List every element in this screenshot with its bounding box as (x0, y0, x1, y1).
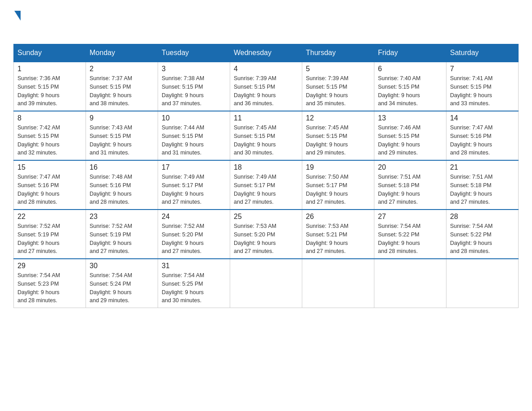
calendar-header-friday: Friday (374, 44, 446, 62)
calendar-week-row: 1 Sunrise: 7:36 AM Sunset: 5:15 PM Dayli… (14, 62, 519, 111)
calendar-week-row: 29 Sunrise: 7:54 AM Sunset: 5:23 PM Dayl… (14, 259, 519, 308)
calendar-day-cell: 24 Sunrise: 7:52 AM Sunset: 5:20 PM Dayl… (158, 210, 230, 259)
day-info: Sunrise: 7:41 AM Sunset: 5:15 PM Dayligh… (450, 74, 515, 108)
calendar-header-saturday: Saturday (446, 44, 519, 62)
day-info: Sunrise: 7:54 AM Sunset: 5:22 PM Dayligh… (450, 222, 515, 256)
calendar-header-thursday: Thursday (302, 44, 374, 62)
logo-arrow-icon (14, 11, 21, 21)
day-number: 4 (234, 65, 298, 73)
day-info: Sunrise: 7:39 AM Sunset: 5:15 PM Dayligh… (306, 74, 370, 108)
day-number: 28 (450, 213, 515, 221)
day-info: Sunrise: 7:45 AM Sunset: 5:15 PM Dayligh… (306, 124, 370, 157)
calendar-day-cell: 11 Sunrise: 7:45 AM Sunset: 5:15 PM Dayl… (230, 111, 302, 160)
calendar-day-cell: 27 Sunrise: 7:54 AM Sunset: 5:22 PM Dayl… (374, 210, 446, 259)
day-number: 21 (450, 163, 515, 171)
calendar-header-tuesday: Tuesday (158, 44, 230, 62)
day-number: 8 (17, 114, 82, 122)
calendar-day-cell: 12 Sunrise: 7:45 AM Sunset: 5:15 PM Dayl… (302, 111, 374, 160)
day-number: 24 (162, 213, 226, 221)
calendar-table: SundayMondayTuesdayWednesdayThursdayFrid… (13, 44, 519, 308)
calendar-day-cell: 19 Sunrise: 7:50 AM Sunset: 5:17 PM Dayl… (302, 160, 374, 210)
calendar-week-row: 15 Sunrise: 7:47 AM Sunset: 5:16 PM Dayl… (14, 160, 519, 210)
day-number: 11 (234, 114, 298, 122)
calendar-day-cell (374, 259, 446, 308)
day-number: 7 (450, 65, 515, 73)
calendar-day-cell: 5 Sunrise: 7:39 AM Sunset: 5:15 PM Dayli… (302, 62, 374, 111)
day-info: Sunrise: 7:52 AM Sunset: 5:20 PM Dayligh… (162, 222, 226, 256)
day-info: Sunrise: 7:53 AM Sunset: 5:20 PM Dayligh… (234, 222, 298, 256)
calendar-day-cell: 31 Sunrise: 7:54 AM Sunset: 5:25 PM Dayl… (158, 259, 230, 308)
day-info: Sunrise: 7:52 AM Sunset: 5:19 PM Dayligh… (17, 222, 82, 256)
day-number: 17 (162, 163, 226, 171)
calendar-day-cell: 20 Sunrise: 7:51 AM Sunset: 5:18 PM Dayl… (374, 160, 446, 210)
calendar-day-cell: 2 Sunrise: 7:37 AM Sunset: 5:15 PM Dayli… (86, 62, 158, 111)
day-info: Sunrise: 7:54 AM Sunset: 5:25 PM Dayligh… (162, 271, 226, 305)
day-info: Sunrise: 7:36 AM Sunset: 5:15 PM Dayligh… (17, 74, 82, 108)
day-number: 29 (17, 262, 82, 270)
calendar-header-row: SundayMondayTuesdayWednesdayThursdayFrid… (14, 44, 519, 62)
calendar-day-cell: 18 Sunrise: 7:49 AM Sunset: 5:17 PM Dayl… (230, 160, 302, 210)
calendar-day-cell: 28 Sunrise: 7:54 AM Sunset: 5:22 PM Dayl… (446, 210, 519, 259)
day-info: Sunrise: 7:49 AM Sunset: 5:17 PM Dayligh… (234, 173, 298, 206)
day-number: 5 (306, 65, 370, 73)
calendar-day-cell: 6 Sunrise: 7:40 AM Sunset: 5:15 PM Dayli… (374, 62, 446, 111)
day-number: 23 (90, 213, 154, 221)
calendar-week-row: 22 Sunrise: 7:52 AM Sunset: 5:19 PM Dayl… (14, 210, 519, 259)
day-info: Sunrise: 7:53 AM Sunset: 5:21 PM Dayligh… (306, 222, 370, 256)
day-info: Sunrise: 7:47 AM Sunset: 5:16 PM Dayligh… (17, 173, 82, 206)
day-info: Sunrise: 7:47 AM Sunset: 5:16 PM Dayligh… (450, 124, 515, 157)
calendar-day-cell: 16 Sunrise: 7:48 AM Sunset: 5:16 PM Dayl… (86, 160, 158, 210)
calendar-day-cell: 3 Sunrise: 7:38 AM Sunset: 5:15 PM Dayli… (158, 62, 230, 111)
calendar-day-cell: 17 Sunrise: 7:49 AM Sunset: 5:17 PM Dayl… (158, 160, 230, 210)
calendar-day-cell: 15 Sunrise: 7:47 AM Sunset: 5:16 PM Dayl… (14, 160, 86, 210)
day-info: Sunrise: 7:38 AM Sunset: 5:15 PM Dayligh… (162, 74, 226, 108)
day-number: 10 (162, 114, 226, 122)
day-number: 19 (306, 163, 370, 171)
calendar-header-sunday: Sunday (14, 44, 86, 62)
day-info: Sunrise: 7:40 AM Sunset: 5:15 PM Dayligh… (378, 74, 442, 108)
calendar-day-cell: 30 Sunrise: 7:54 AM Sunset: 5:24 PM Dayl… (86, 259, 158, 308)
day-number: 9 (90, 114, 154, 122)
calendar-day-cell: 4 Sunrise: 7:39 AM Sunset: 5:15 PM Dayli… (230, 62, 302, 111)
day-info: Sunrise: 7:51 AM Sunset: 5:18 PM Dayligh… (450, 173, 515, 206)
day-number: 22 (17, 213, 82, 221)
day-info: Sunrise: 7:37 AM Sunset: 5:15 PM Dayligh… (90, 74, 154, 108)
calendar-day-cell: 29 Sunrise: 7:54 AM Sunset: 5:23 PM Dayl… (14, 259, 86, 308)
calendar-week-row: 8 Sunrise: 7:42 AM Sunset: 5:15 PM Dayli… (14, 111, 519, 160)
calendar-day-cell: 10 Sunrise: 7:44 AM Sunset: 5:15 PM Dayl… (158, 111, 230, 160)
calendar-day-cell: 23 Sunrise: 7:52 AM Sunset: 5:19 PM Dayl… (86, 210, 158, 259)
calendar-day-cell: 25 Sunrise: 7:53 AM Sunset: 5:20 PM Dayl… (230, 210, 302, 259)
day-number: 12 (306, 114, 370, 122)
day-info: Sunrise: 7:49 AM Sunset: 5:17 PM Dayligh… (162, 173, 226, 206)
calendar-day-cell: 21 Sunrise: 7:51 AM Sunset: 5:18 PM Dayl… (446, 160, 519, 210)
day-info: Sunrise: 7:45 AM Sunset: 5:15 PM Dayligh… (234, 124, 298, 157)
day-info: Sunrise: 7:54 AM Sunset: 5:23 PM Dayligh… (17, 271, 82, 305)
day-number: 6 (378, 65, 442, 73)
day-info: Sunrise: 7:52 AM Sunset: 5:19 PM Dayligh… (90, 222, 154, 256)
day-info: Sunrise: 7:43 AM Sunset: 5:15 PM Dayligh… (90, 124, 154, 157)
calendar-day-cell: 8 Sunrise: 7:42 AM Sunset: 5:15 PM Dayli… (14, 111, 86, 160)
day-number: 18 (234, 163, 298, 171)
calendar-day-cell: 26 Sunrise: 7:53 AM Sunset: 5:21 PM Dayl… (302, 210, 374, 259)
day-info: Sunrise: 7:54 AM Sunset: 5:24 PM Dayligh… (90, 271, 154, 305)
calendar-day-cell: 22 Sunrise: 7:52 AM Sunset: 5:19 PM Dayl… (14, 210, 86, 259)
day-number: 30 (90, 262, 154, 270)
calendar-day-cell: 9 Sunrise: 7:43 AM Sunset: 5:15 PM Dayli… (86, 111, 158, 160)
day-number: 13 (378, 114, 442, 122)
day-number: 31 (162, 262, 226, 270)
day-number: 1 (17, 65, 82, 73)
day-number: 14 (450, 114, 515, 122)
calendar-day-cell (230, 259, 302, 308)
calendar-header-wednesday: Wednesday (230, 44, 302, 62)
calendar-day-cell (446, 259, 519, 308)
day-info: Sunrise: 7:44 AM Sunset: 5:15 PM Dayligh… (162, 124, 226, 157)
day-info: Sunrise: 7:46 AM Sunset: 5:15 PM Dayligh… (378, 124, 442, 157)
calendar-header-monday: Monday (86, 44, 158, 62)
day-number: 3 (162, 65, 226, 73)
calendar-day-cell: 1 Sunrise: 7:36 AM Sunset: 5:15 PM Dayli… (14, 62, 86, 111)
calendar-day-cell: 7 Sunrise: 7:41 AM Sunset: 5:15 PM Dayli… (446, 62, 519, 111)
day-info: Sunrise: 7:51 AM Sunset: 5:18 PM Dayligh… (378, 173, 442, 206)
calendar-day-cell (302, 259, 374, 308)
day-info: Sunrise: 7:54 AM Sunset: 5:22 PM Dayligh… (378, 222, 442, 256)
day-number: 20 (378, 163, 442, 171)
